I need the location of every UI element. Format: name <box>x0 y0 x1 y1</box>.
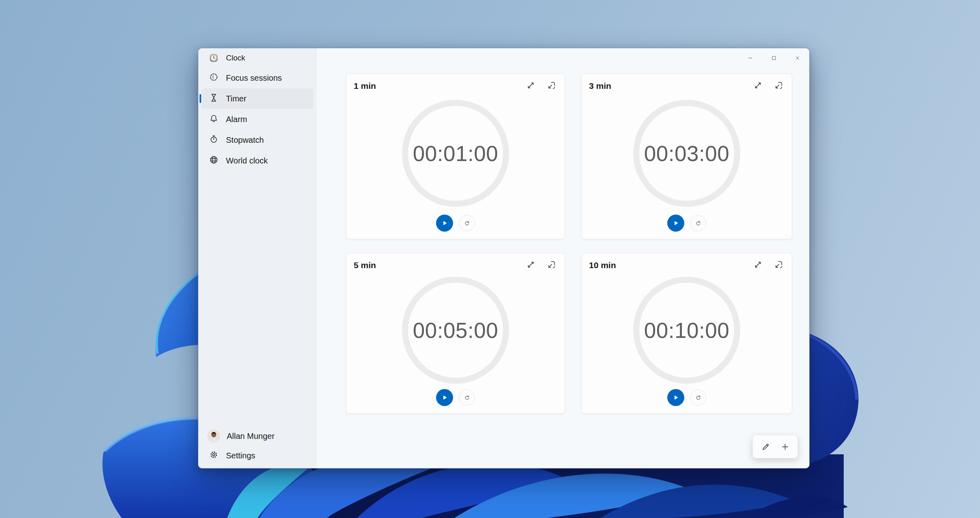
maximize-icon <box>771 55 777 61</box>
sidebar-nav: Focus sessions Timer <box>198 68 317 171</box>
timer-card-10min: 10 min 00:10:00 <box>581 253 792 414</box>
expand-icon[interactable] <box>753 80 763 92</box>
reset-icon <box>463 219 471 227</box>
window-title: Clock <box>226 54 245 62</box>
avatar <box>207 430 220 443</box>
clock-app-icon <box>209 53 219 63</box>
timer-card-1min: 1 min 00:01:00 <box>346 73 565 239</box>
pencil-icon <box>761 442 770 451</box>
play-button[interactable] <box>436 389 453 406</box>
play-button[interactable] <box>667 215 684 232</box>
gear-icon <box>209 450 219 462</box>
timer-time: 00:01:00 <box>413 141 498 166</box>
play-icon <box>672 219 680 227</box>
sidebar-item-label: Timer <box>226 94 246 103</box>
reset-icon <box>694 394 702 402</box>
titlebar-left: Clock <box>198 48 317 68</box>
keep-on-top-icon[interactable] <box>774 260 784 271</box>
sidebar-item-label: World clock <box>226 156 268 166</box>
expand-icon[interactable] <box>526 80 536 92</box>
keep-on-top-icon[interactable] <box>546 80 557 92</box>
reset-button[interactable] <box>459 215 475 231</box>
focus-sessions-icon <box>209 72 219 84</box>
sidebar-item-timer[interactable]: Timer <box>202 88 314 109</box>
globe-icon <box>209 155 219 167</box>
bell-icon <box>209 114 219 125</box>
close-button[interactable] <box>786 48 809 68</box>
sidebar-item-alarm[interactable]: Alarm <box>202 109 314 129</box>
hourglass-icon <box>209 93 219 105</box>
timer-label: 1 min <box>354 80 376 91</box>
progress-ring: 00:10:00 <box>633 277 740 384</box>
reset-icon <box>694 219 702 227</box>
reset-button[interactable] <box>690 215 706 231</box>
play-icon <box>441 393 449 402</box>
play-button[interactable] <box>436 215 453 232</box>
sidebar-item-focus-sessions[interactable]: Focus sessions <box>202 68 314 88</box>
timer-label: 3 min <box>589 80 611 91</box>
maximize-button[interactable] <box>762 48 786 68</box>
sidebar-item-stopwatch[interactable]: Stopwatch <box>202 130 314 150</box>
keep-on-top-icon[interactable] <box>774 80 784 92</box>
edit-timers-button[interactable] <box>761 442 770 451</box>
settings-label: Settings <box>226 451 255 460</box>
sidebar-item-world-clock[interactable]: World clock <box>202 150 314 171</box>
progress-ring: 00:01:00 <box>402 100 509 207</box>
main-content: 1 min 00:01:00 <box>317 48 809 468</box>
sidebar-bottom: Allan Munger Settings <box>198 427 317 468</box>
reset-button[interactable] <box>690 389 706 406</box>
sidebar-item-settings[interactable]: Settings <box>202 447 314 464</box>
timer-label: 10 min <box>589 259 616 270</box>
expand-icon[interactable] <box>753 260 763 271</box>
sidebar-item-label: Stopwatch <box>226 135 264 145</box>
timer-cards: 1 min 00:01:00 <box>346 73 792 414</box>
close-icon <box>795 55 800 61</box>
sidebar: Clock Focus sessions <box>198 48 317 468</box>
timer-time: 00:05:00 <box>413 318 498 343</box>
progress-ring: 00:05:00 <box>402 277 509 384</box>
stopwatch-icon <box>209 134 219 146</box>
plus-icon <box>780 442 790 451</box>
minimize-button[interactable] <box>739 48 762 68</box>
timer-card-3min: 3 min 00:03:00 <box>581 73 792 239</box>
play-button[interactable] <box>667 389 684 406</box>
timer-label: 5 min <box>354 259 376 270</box>
expand-icon[interactable] <box>526 260 536 271</box>
clock-app-window: Clock Focus sessions <box>198 48 810 469</box>
timer-toolbar <box>752 435 798 458</box>
minimize-icon <box>748 55 753 61</box>
timer-time: 00:10:00 <box>644 318 729 343</box>
timer-time: 00:03:00 <box>644 141 729 166</box>
add-timer-button[interactable] <box>780 442 790 451</box>
play-icon <box>672 393 680 402</box>
selection-indicator <box>200 94 201 103</box>
reset-button[interactable] <box>459 389 475 406</box>
sidebar-item-label: Focus sessions <box>226 73 282 83</box>
play-icon <box>441 219 449 227</box>
timer-card-5min: 5 min 00:05:00 <box>346 253 565 414</box>
keep-on-top-icon[interactable] <box>546 260 557 271</box>
window-controls <box>739 48 809 68</box>
reset-icon <box>463 394 471 402</box>
sidebar-item-label: Alarm <box>226 115 247 124</box>
account-item[interactable]: Allan Munger <box>202 427 314 445</box>
progress-ring: 00:03:00 <box>633 100 740 207</box>
account-name: Allan Munger <box>227 432 275 441</box>
